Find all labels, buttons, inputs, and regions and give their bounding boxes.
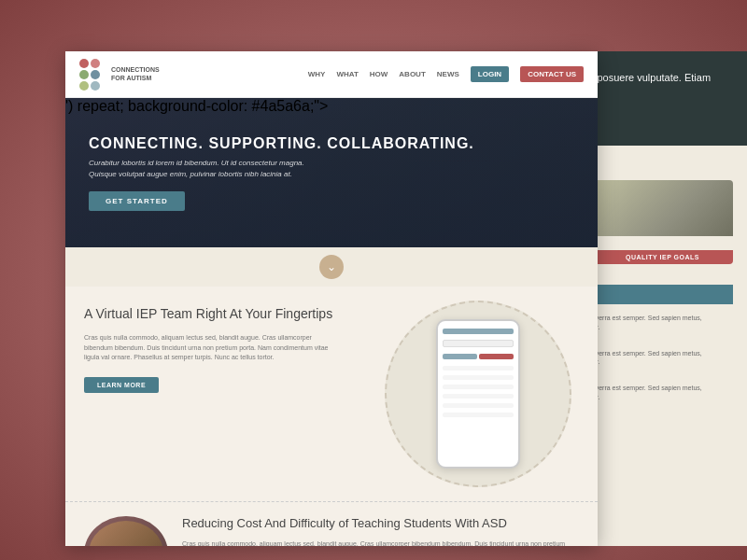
logo-area: CONNECTIONS FOR AUTISM	[79, 59, 160, 91]
phone-btn-2	[479, 354, 514, 359]
logo-circle-5	[79, 81, 89, 91]
phone-search-bar	[443, 340, 514, 347]
phone-list-item	[443, 394, 514, 399]
left-column: A Virtual IEP Team Right At Your Fingert…	[65, 287, 359, 501]
phone-list-item	[443, 366, 514, 371]
scroll-down-button[interactable]: ⌄	[319, 255, 344, 279]
phone-buttons	[443, 354, 514, 359]
learn-more-button[interactable]: LEARN MORE	[84, 377, 159, 393]
section2-title: Reducing Cost And Difficulty of Teaching…	[182, 516, 579, 532]
nav-why[interactable]: WHY	[308, 70, 326, 78]
section2-body: Cras quis nulla commodo, aliquam lectus …	[182, 539, 579, 546]
logo-circle-2	[91, 59, 100, 68]
phone-btn-1	[443, 354, 477, 359]
nav-contact[interactable]: CONTACT US	[520, 66, 584, 82]
phone-mockup	[436, 319, 520, 469]
phone-list-item	[443, 375, 514, 380]
phone-column	[359, 287, 599, 501]
hero-title: CONNECTING. SUPPORTING. COLLABORATING.	[89, 135, 574, 152]
scroll-indicator: ⌄	[65, 247, 598, 287]
get-started-button[interactable]: GET STARTED	[89, 191, 185, 211]
logo-circle-1	[79, 59, 89, 68]
cfa-card-quality[interactable]: QUALITY IEP GOALS	[592, 180, 733, 264]
site-header: CONNECTIONS FOR AUTISM WHY WHAT HOW ABOU…	[65, 51, 598, 98]
phone-circle	[385, 301, 571, 487]
section2-image	[84, 516, 168, 546]
logo-circle-4	[91, 70, 100, 79]
logo-circles	[79, 59, 106, 91]
section1-title: A Virtual IEP Team Right At Your Fingert…	[84, 305, 340, 322]
logo-circle-3	[79, 70, 89, 79]
nav-how[interactable]: HOW	[370, 70, 388, 78]
logo-text: CONNECTIONS FOR AUTISM	[111, 66, 160, 82]
nav-about[interactable]: ABOUT	[399, 70, 425, 78]
section2: Reducing Cost And Difficulty of Teaching…	[65, 501, 598, 546]
nav-bar: WHY WHAT HOW ABOUT NEWS LOGIN CONTACT US	[308, 66, 584, 82]
phone-list-item	[443, 403, 514, 408]
hero-section: ') repeat; background-color: #4a5a6a;"> …	[65, 98, 598, 247]
main-content: A Virtual IEP Team Right At Your Fingert…	[65, 287, 598, 501]
phone-list-item	[443, 413, 514, 417]
phone-top-bar	[443, 329, 514, 334]
hero-subtitle: Curabitur lobortis id lorem id bibendum.…	[89, 158, 406, 180]
section1-body: Cras quis nulla commodo, aliquam lectus …	[84, 333, 340, 363]
cfa-card-quality-image	[592, 180, 733, 236]
website-mockup: CONNECTIONS FOR AUTISM WHY WHAT HOW ABOU…	[65, 51, 598, 546]
logo-circle-6	[91, 81, 100, 91]
nav-login[interactable]: LOGIN	[471, 66, 509, 82]
nav-what[interactable]: WHAT	[336, 70, 358, 78]
phone-list-item	[443, 385, 514, 389]
section2-image-inner	[89, 521, 163, 546]
cfa-card-quality-label: QUALITY IEP GOALS	[592, 250, 733, 264]
nav-news[interactable]: NEWS	[437, 70, 459, 78]
section2-text: Reducing Cost And Difficulty of Teaching…	[182, 516, 579, 546]
